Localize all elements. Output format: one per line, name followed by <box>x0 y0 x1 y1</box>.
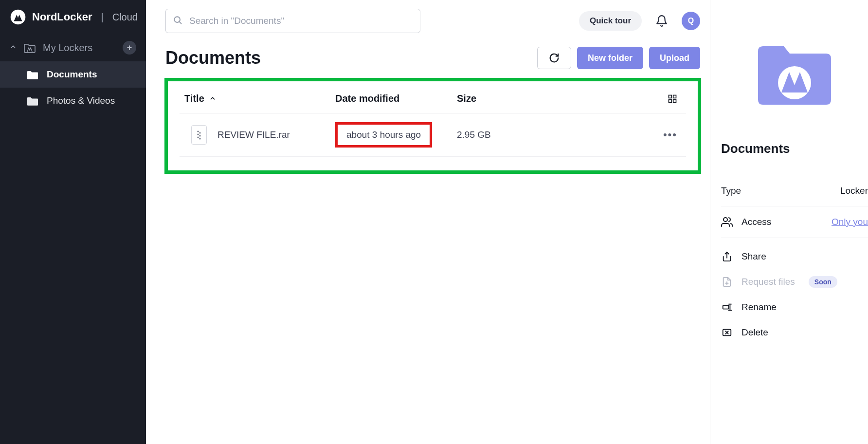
brand-name: NordLocker <box>32 11 92 23</box>
main: Quick tour Q Documents New folder Upload… <box>146 0 868 444</box>
file-date-highlight: about 3 hours ago <box>335 122 432 148</box>
file-date-cell: about 3 hours ago <box>335 122 457 148</box>
soon-badge: Soon <box>809 276 837 288</box>
request-files-label: Request files <box>741 277 795 287</box>
detail-type-label: Type <box>721 185 741 196</box>
people-icon <box>721 216 733 228</box>
sidebar-item-documents[interactable]: Documents <box>0 61 146 88</box>
grid-view-icon <box>668 94 677 104</box>
detail-actions: Share Request files Soon Rename Dele <box>721 244 868 345</box>
avatar[interactable]: Q <box>682 12 700 30</box>
delete-label: Delete <box>741 327 768 338</box>
new-folder-button[interactable]: New folder <box>577 47 643 69</box>
sidebar-item-photos-videos[interactable]: Photos & Videos <box>0 88 146 114</box>
svg-rect-5 <box>669 99 672 102</box>
more-actions-button[interactable]: ••• <box>663 129 677 141</box>
refresh-icon <box>549 53 560 63</box>
brand-logo-icon <box>10 9 26 25</box>
brand-header: NordLocker | Cloud <box>0 0 146 34</box>
details-title: Documents <box>721 141 868 156</box>
chevron-up-icon <box>10 43 17 52</box>
brand-divider: | <box>101 12 103 23</box>
page-header: Documents New folder Upload <box>165 42 700 78</box>
column-title-label: Title <box>184 93 204 104</box>
content-area: Quick tour Q Documents New folder Upload… <box>146 0 710 444</box>
svg-point-7 <box>198 131 199 132</box>
file-cell: REVIEW FILE.rar <box>184 125 335 145</box>
search-input[interactable] <box>189 16 413 26</box>
svg-point-0 <box>11 10 26 25</box>
table-header: Title Date modified Size <box>180 84 686 113</box>
details-panel: Documents Type Locker Access Only you Sh… <box>710 0 868 444</box>
rename-action[interactable]: Rename <box>721 295 868 320</box>
column-date-modified[interactable]: Date modified <box>335 93 457 104</box>
detail-access-label: Access <box>741 217 771 227</box>
locker-icon <box>23 42 36 53</box>
share-label: Share <box>741 251 766 262</box>
detail-type-row: Type Locker <box>721 176 868 206</box>
search-icon <box>173 15 182 27</box>
svg-rect-6 <box>673 99 676 102</box>
svg-rect-18 <box>723 305 729 309</box>
nav-group-label: My Lockers <box>43 42 92 54</box>
row-actions: ••• <box>564 129 681 141</box>
share-action[interactable]: Share <box>721 244 868 269</box>
svg-point-14 <box>723 218 727 222</box>
brand-section: Cloud <box>112 12 138 23</box>
refresh-button[interactable] <box>537 47 571 69</box>
svg-line-2 <box>180 22 181 24</box>
svg-rect-3 <box>669 95 672 98</box>
locker-illustration <box>753 39 836 107</box>
rename-label: Rename <box>741 302 777 313</box>
upload-button[interactable]: Upload <box>649 47 700 69</box>
search-box[interactable] <box>165 9 420 33</box>
svg-point-13 <box>778 66 811 99</box>
view-toggle[interactable] <box>564 94 681 104</box>
file-title: REVIEW FILE.rar <box>217 130 290 140</box>
request-files-action: Request files Soon <box>721 269 868 295</box>
locker-icon <box>26 69 39 80</box>
sort-asc-icon <box>209 93 216 104</box>
svg-point-10 <box>199 135 201 137</box>
share-icon <box>721 251 733 262</box>
topbar: Quick tour Q <box>165 7 700 42</box>
delete-icon <box>721 327 733 338</box>
svg-point-12 <box>199 138 201 140</box>
quick-tour-button[interactable]: Quick tour <box>579 11 642 31</box>
column-title[interactable]: Title <box>184 93 335 104</box>
detail-type-value: Locker <box>840 185 868 196</box>
column-size[interactable]: Size <box>457 93 564 104</box>
locker-icon <box>26 95 39 106</box>
file-type-icon <box>191 125 207 145</box>
notifications-icon[interactable] <box>655 15 668 27</box>
svg-point-8 <box>199 132 201 134</box>
file-size: 2.95 GB <box>457 130 564 140</box>
detail-access-link[interactable]: Only you <box>832 217 868 227</box>
add-locker-button[interactable]: + <box>123 41 136 55</box>
nav-group-my-lockers[interactable]: My Lockers + <box>0 34 146 61</box>
svg-point-9 <box>198 134 199 135</box>
sidebar-item-label: Documents <box>47 69 97 80</box>
svg-point-11 <box>198 137 199 138</box>
sidebar-item-label: Photos & Videos <box>47 95 115 106</box>
delete-action[interactable]: Delete <box>721 320 868 345</box>
svg-rect-4 <box>673 95 676 98</box>
file-table-highlight: Title Date modified Size REVIEW FILE.rar <box>164 78 701 174</box>
request-files-icon <box>721 276 733 288</box>
sidebar: NordLocker | Cloud My Lockers + Document… <box>0 0 146 444</box>
detail-access-row: Access Only you <box>721 206 868 238</box>
table-row[interactable]: REVIEW FILE.rar about 3 hours ago 2.95 G… <box>180 113 686 157</box>
file-date: about 3 hours ago <box>346 130 421 140</box>
page-title: Documents <box>165 48 531 68</box>
rename-icon <box>721 301 733 313</box>
